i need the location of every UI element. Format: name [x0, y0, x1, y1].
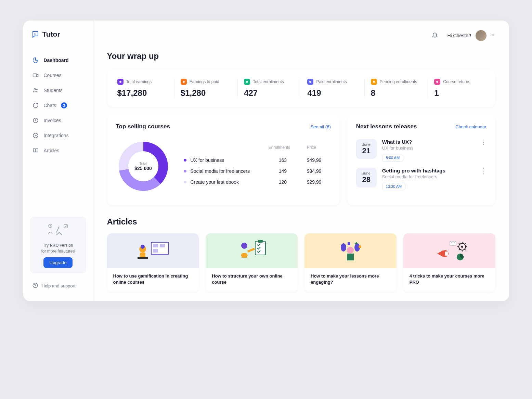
stat-label: Pending enrollments	[380, 79, 417, 84]
sidebar-item-dashboard[interactable]: Dashboard	[30, 53, 86, 68]
sidebar-item-label: Dashboard	[44, 57, 69, 63]
lesson-day: 21	[361, 146, 372, 155]
main: Hi Chester! Your wrap up Total earnings$…	[93, 21, 509, 301]
sidebar-item-label: Invoices	[44, 118, 61, 123]
stat-label: Total enrollments	[253, 79, 284, 84]
course-name: Create your first ebook	[191, 179, 275, 185]
donut-chart: Total $25 000	[116, 139, 171, 194]
sidebar-item-courses[interactable]: Courses	[30, 68, 86, 83]
svg-rect-6	[64, 224, 67, 228]
more-icon[interactable]: ⋮	[480, 139, 486, 145]
stat-icon	[307, 79, 313, 85]
course-enrollments: 120	[279, 179, 303, 185]
article-illustration	[107, 233, 199, 268]
topbar: Hi Chester!	[107, 30, 495, 41]
help-link[interactable]: Help and support	[30, 280, 86, 292]
course-row[interactable]: Social media for freelancers149$34,99	[184, 166, 331, 177]
stat-item: Total enrollments427	[238, 79, 301, 98]
legend-dot	[184, 159, 186, 162]
lesson-time: 10:30 AM	[382, 183, 405, 190]
card-title: Next lessons releases	[356, 123, 417, 130]
stat-item: Earnings to paid$1,280	[174, 79, 238, 98]
see-all-link[interactable]: See all (6)	[311, 124, 331, 129]
svg-rect-34	[445, 252, 448, 256]
sidebar-item-chats[interactable]: Chats 3	[30, 98, 86, 113]
course-row[interactable]: UX for business163$49,99	[184, 155, 331, 166]
svg-point-2	[36, 89, 37, 90]
stat-label: Earnings to paid	[190, 79, 219, 84]
article-illustration	[403, 233, 495, 268]
chat-badge: 3	[61, 102, 67, 108]
check-calendar-link[interactable]: Check calendar	[455, 124, 486, 129]
svg-rect-19	[153, 244, 158, 247]
top-selling-table: Enrollments Price UX for business163$49,…	[184, 145, 331, 188]
stat-value: $17,280	[117, 88, 168, 98]
svg-point-24	[241, 243, 247, 249]
svg-point-12	[373, 81, 375, 83]
article-card[interactable]: How to use gamification in creating onli…	[107, 233, 199, 292]
svg-point-8	[119, 81, 121, 83]
lesson-month: June	[361, 171, 372, 175]
sidebar-item-integrations[interactable]: Integrations	[30, 128, 86, 143]
user-menu[interactable]: Hi Chester!	[447, 30, 495, 41]
svg-point-10	[246, 81, 248, 83]
promo-illustration	[36, 222, 81, 239]
help-icon	[32, 282, 38, 289]
article-card[interactable]: 4 tricks to make your courses more PRO	[403, 233, 495, 292]
book-icon	[32, 147, 39, 154]
stat-item: Total earnings$17,280	[117, 79, 174, 98]
stat-icon	[244, 79, 250, 85]
page-title: Your wrap up	[107, 51, 495, 61]
stat-value: 419	[307, 88, 358, 98]
article-card[interactable]: How to make your lessons more engaging?	[304, 233, 397, 292]
lesson-title: What is UX?	[382, 139, 475, 145]
svg-rect-0	[33, 74, 37, 77]
stat-value: $1,280	[181, 88, 231, 98]
lessons-card: Next lessons releases Check calendar Jun…	[347, 114, 495, 205]
stat-label: Paid enrollments	[316, 79, 347, 84]
articles-title: Articles	[107, 217, 495, 227]
more-icon[interactable]: ⋮	[480, 168, 486, 174]
lesson-date: June28	[356, 168, 377, 188]
notifications-button[interactable]	[431, 31, 438, 40]
upgrade-button[interactable]: Upgrade	[43, 257, 73, 268]
svg-rect-20	[160, 244, 165, 247]
stat-icon	[434, 79, 440, 85]
sidebar-item-label: Chats	[44, 103, 56, 108]
article-title: How to structure your own online course	[206, 268, 298, 292]
lesson-title: Getting pro with hashtags	[382, 168, 475, 173]
lesson-item[interactable]: June21What is UX?UX for business8:00 AM⋮	[356, 139, 486, 162]
dashboard-icon	[32, 57, 39, 64]
chevron-down-icon	[491, 33, 495, 39]
integrations-icon	[32, 132, 39, 139]
stat-item: Paid enrollments419	[301, 79, 364, 98]
stat-label: Total earnings	[126, 79, 152, 84]
avatar	[476, 30, 486, 41]
stat-label: Course returns	[443, 79, 470, 84]
sidebar-item-label: Articles	[44, 148, 60, 153]
users-icon	[32, 87, 39, 94]
top-selling-card: Top selling courses See all (6) Total $2…	[107, 114, 340, 205]
lesson-item[interactable]: June28Getting pro with hashtagsSocial me…	[356, 168, 486, 190]
articles-grid: How to use gamification in creating onli…	[107, 233, 495, 292]
svg-point-26	[347, 247, 354, 254]
lesson-day: 28	[361, 175, 372, 184]
svg-point-32	[359, 245, 361, 248]
course-enrollments: 163	[279, 157, 303, 163]
sidebar-item-label: Integrations	[44, 133, 69, 138]
sidebar-item-articles[interactable]: Articles	[30, 143, 86, 158]
article-card[interactable]: How to structure your own online course	[206, 233, 298, 292]
svg-point-9	[183, 81, 185, 83]
logo-icon	[31, 30, 40, 38]
course-row[interactable]: Create your first ebook120$29,99	[184, 177, 331, 188]
course-enrollments: 149	[279, 168, 303, 174]
stat-icon	[371, 79, 377, 85]
donut-total-value: $25 000	[134, 166, 152, 171]
logo[interactable]: Tutor	[30, 30, 86, 38]
svg-rect-22	[255, 241, 265, 255]
promo-card: Try PRO versionfor more feautures Upgrad…	[30, 217, 86, 274]
stat-item: Pending enrollments8	[365, 79, 428, 98]
sidebar-item-students[interactable]: Students	[30, 83, 86, 98]
sidebar-item-invoices[interactable]: Invoices	[30, 113, 86, 128]
stat-value: 8	[371, 88, 421, 98]
